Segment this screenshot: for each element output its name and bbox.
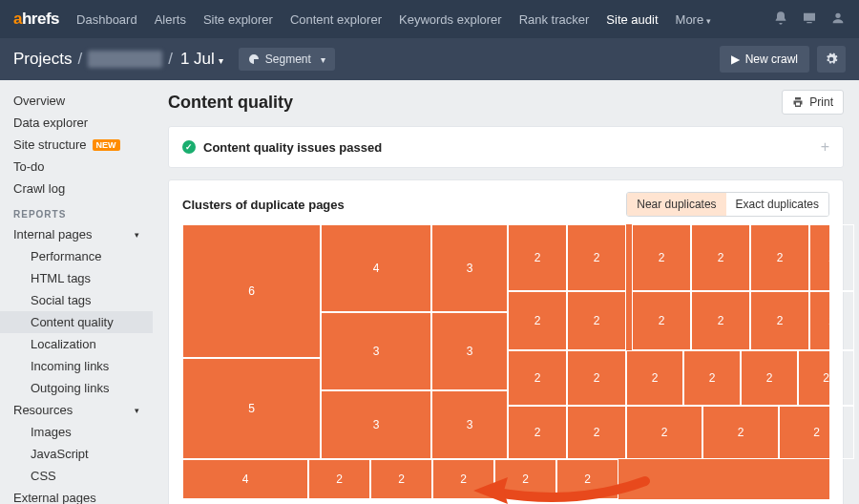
nav-item-keywords-explorer[interactable]: Keywords explorer xyxy=(399,12,502,27)
nav-item-more[interactable]: More▾ xyxy=(676,12,712,27)
chevron-down-icon: ▾ xyxy=(135,406,139,415)
print-icon xyxy=(792,96,804,108)
chevron-down-icon: ▾ xyxy=(135,230,139,240)
treemap-cell[interactable]: 2 xyxy=(702,406,779,459)
breadcrumb-date[interactable]: 1 Jul▾ xyxy=(180,50,223,69)
sidebar-crawl-log[interactable]: Crawl log xyxy=(0,178,153,200)
treemap-cell[interactable]: 2 xyxy=(809,224,854,291)
treemap-cell[interactable]: 5 xyxy=(182,358,321,459)
page-title: Content quality xyxy=(168,93,293,113)
toggle-exact-duplicates[interactable]: Exact duplicates xyxy=(726,193,828,216)
breadcrumb-project-name[interactable] xyxy=(88,51,162,68)
print-button[interactable]: Print xyxy=(782,90,844,115)
treemap-cell[interactable]: 2 xyxy=(494,459,556,499)
sidebar-item-performance[interactable]: Performance xyxy=(0,245,153,267)
chart-legend: Canonical matching 1,003 Canonical not m… xyxy=(182,499,829,504)
treemap-cell[interactable]: 2 xyxy=(567,406,626,459)
nav-item-dashboard[interactable]: Dashboard xyxy=(76,12,137,27)
monitor-icon[interactable] xyxy=(802,10,817,29)
sidebar-reports-head: REPORTS xyxy=(0,200,153,223)
issues-passed-label: Content quality issues passed xyxy=(203,140,382,155)
treemap-cell[interactable]: 3 xyxy=(431,224,508,312)
sidebar-item-html-tags[interactable]: HTML tags xyxy=(0,267,153,289)
breadcrumb-projects[interactable]: Projects xyxy=(13,50,72,69)
treemap-cell[interactable]: 6 xyxy=(182,224,321,358)
settings-button[interactable] xyxy=(817,46,846,73)
nav-item-content-explorer[interactable]: Content explorer xyxy=(290,12,382,27)
treemap-cell[interactable]: 2 xyxy=(691,224,750,291)
treemap-cell[interactable]: 2 xyxy=(567,224,626,291)
sidebar-item-incoming-links[interactable]: Incoming links xyxy=(0,355,153,377)
nav-items: DashboardAlertsSite explorerContent expl… xyxy=(76,12,773,27)
treemap-cell[interactable]: 2 xyxy=(779,406,854,459)
treemap-chart[interactable]: 6544333332222222222222222222222222222 xyxy=(182,224,829,499)
sidebar-resources[interactable]: Resources▾ xyxy=(0,399,153,421)
treemap-cell[interactable]: 2 xyxy=(683,350,741,406)
treemap-cell[interactable]: 2 xyxy=(432,459,494,499)
nav-item-rank-tracker[interactable]: Rank tracker xyxy=(519,12,590,27)
new-crawl-button[interactable]: ▶New crawl xyxy=(720,46,809,73)
sidebar-item-localization[interactable]: Localization xyxy=(0,333,153,355)
treemap-cell[interactable]: 2 xyxy=(626,406,702,459)
check-icon: ✓ xyxy=(182,140,196,154)
main-content: Content quality Print ✓ Content quality … xyxy=(153,80,859,504)
sidebar-item-social-tags[interactable]: Social tags xyxy=(0,289,153,311)
sidebar-internal-pages[interactable]: Internal pages▾ xyxy=(0,223,153,245)
breadcrumb-bar: Projects / / 1 Jul▾ Segment▾ ▶New crawl xyxy=(0,38,859,80)
treemap-cell[interactable]: 2 xyxy=(308,459,370,499)
sidebar-item-css[interactable]: CSS xyxy=(0,465,153,487)
bell-icon[interactable] xyxy=(773,10,788,29)
nav-item-site-audit[interactable]: Site audit xyxy=(606,12,658,27)
treemap-cell[interactable]: 3 xyxy=(321,312,431,390)
treemap-cell[interactable]: 2 xyxy=(567,350,626,406)
treemap-cell[interactable]: 2 xyxy=(750,291,809,350)
sidebar-site-structure[interactable]: Site structure NEW xyxy=(0,134,153,156)
treemap-cell[interactable]: 2 xyxy=(508,406,567,459)
sidebar-data-explorer[interactable]: Data explorer xyxy=(0,112,153,134)
clusters-card: Clusters of duplicate pages Near duplica… xyxy=(168,179,844,504)
duplicates-toggle: Near duplicates Exact duplicates xyxy=(626,192,829,217)
toggle-near-duplicates[interactable]: Near duplicates xyxy=(627,193,725,216)
treemap-cell[interactable]: 2 xyxy=(750,224,809,291)
treemap-cell[interactable]: 3 xyxy=(431,312,508,390)
nav-item-site-explorer[interactable]: Site explorer xyxy=(203,12,273,27)
treemap-cell[interactable]: 2 xyxy=(741,350,798,406)
treemap-cell[interactable]: 2 xyxy=(508,350,567,406)
treemap-cell[interactable]: 2 xyxy=(798,350,854,406)
expand-icon[interactable]: + xyxy=(821,138,829,156)
treemap-cell[interactable]: 3 xyxy=(431,390,508,459)
sidebar: Overview Data explorer Site structure NE… xyxy=(0,80,153,504)
treemap-cell[interactable]: 2 xyxy=(632,224,691,291)
sidebar-item-outgoing-links[interactable]: Outgoing links xyxy=(0,377,153,399)
treemap-cell[interactable]: 2 xyxy=(508,291,567,350)
sidebar-item-content-quality[interactable]: Content quality xyxy=(0,311,153,333)
treemap-cell[interactable]: 2 xyxy=(556,459,618,499)
issues-passed-card[interactable]: ✓ Content quality issues passed + xyxy=(168,126,844,168)
sidebar-overview[interactable]: Overview xyxy=(0,90,153,112)
logo[interactable]: ahrefs xyxy=(13,10,59,29)
top-nav: ahrefs DashboardAlertsSite explorerConte… xyxy=(0,0,859,38)
sidebar-item-images[interactable]: Images xyxy=(0,421,153,443)
sidebar-todo[interactable]: To-do xyxy=(0,156,153,178)
treemap-cell[interactable]: 3 xyxy=(321,390,431,459)
treemap-cell[interactable]: 2 xyxy=(626,350,683,406)
treemap-cell[interactable]: 2 xyxy=(632,291,691,350)
treemap-cell[interactable]: 2 xyxy=(691,291,750,350)
treemap-cell[interactable]: 2 xyxy=(508,224,567,291)
treemap-cell[interactable]: 4 xyxy=(321,224,431,312)
treemap-cell[interactable]: 2 xyxy=(809,291,854,350)
segment-button[interactable]: Segment▾ xyxy=(239,48,335,71)
sidebar-item-javascript[interactable]: JavaScript xyxy=(0,443,153,465)
new-badge: NEW xyxy=(93,139,120,151)
treemap-cell[interactable]: 2 xyxy=(370,459,432,499)
treemap-cell[interactable]: 2 xyxy=(567,291,626,350)
treemap-cell[interactable]: 4 xyxy=(182,459,308,499)
gear-icon xyxy=(825,52,838,66)
nav-item-alerts[interactable]: Alerts xyxy=(155,12,186,27)
sidebar-external-pages[interactable]: External pages xyxy=(0,487,153,504)
user-icon[interactable] xyxy=(830,10,846,29)
clusters-title: Clusters of duplicate pages xyxy=(182,198,345,212)
top-icons xyxy=(773,10,846,29)
